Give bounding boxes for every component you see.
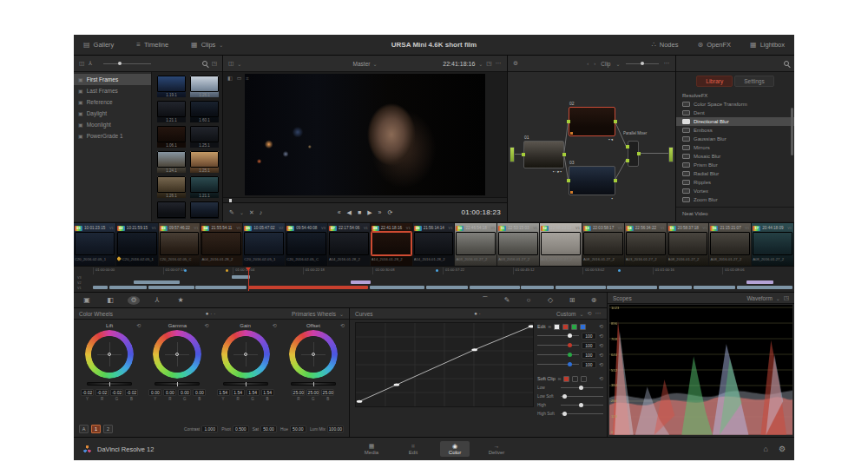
curve-point[interactable] [471,348,477,351]
A14_2016-01-28_2[interactable]: 08 22:41:18:16 V1 A14_2016-01-28_2 [371,223,413,266]
options-menu-icon[interactable]: ⋯ [595,310,602,317]
qualifier-icon[interactable]: ✎ [501,297,513,304]
mixer-output-port[interactable] [637,152,641,155]
channel-slider[interactable] [537,345,579,346]
openfx-item[interactable]: Vortex [676,187,794,195]
nodes-button[interactable]: ∴ Nodes [642,35,688,55]
A08_2016-01-27_2[interactable]: 13 22:03:58:17 V1 A08_2016-01-27_2 [582,223,625,266]
openfx-item[interactable]: Radial Blur [676,169,794,178]
pagination-dots[interactable]: ●·· [206,311,218,316]
gallery-still[interactable]: 1.06.1 [157,126,186,148]
openfx-item[interactable]: Directional Blur [676,117,794,126]
channel-value-box[interactable]: 100 [582,333,596,340]
nodes-view-icon[interactable]: ⅄ [151,297,163,304]
still-thumbnail[interactable] [190,201,219,218]
gallery-still[interactable] [190,201,219,219]
page-color[interactable]: ◉ Color [440,441,470,457]
openfx-item[interactable]: Prism Blur [676,161,794,169]
expand-icon[interactable]: ◳ [486,61,491,67]
green-channel-box[interactable] [571,324,577,330]
loop-icon[interactable]: ⟳ [387,209,392,215]
scope-mode-dropdown[interactable]: Waveform ⌄ ◳ [746,295,789,301]
value-box[interactable]: 1.54 [247,389,260,396]
node-zoom-slider[interactable] [626,63,659,64]
gallery-folder-item[interactable]: ▣ Daylight [74,108,151,119]
corrector-node-03[interactable]: 03 ▪ [569,166,615,195]
slider-handle[interactable] [579,386,583,390]
C20_2016-02-05_C[interactable]: 06 09:54:40:08 V3 C20_2016-02-05_C [286,223,328,266]
node-output-port[interactable] [562,153,566,156]
pagination-dots[interactable]: ●· [474,311,483,316]
clip-thumbnail[interactable] [75,232,115,255]
timeline-segment[interactable] [109,286,147,289]
gallery-folder-item[interactable]: ▣ Reference [74,96,151,108]
A08_2016-01-27_2[interactable]: 17 20:44:18:09 V1 A08_2016-01-27_2 [752,223,794,266]
wheel-center-dot[interactable] [244,353,247,356]
skip-start-icon[interactable]: « [338,209,341,215]
C20_2016-02-05_1[interactable]: 05 10:05:47:02 V2 C20_2016-02-05_1 [243,223,286,266]
still-thumbnail[interactable] [190,176,219,193]
gear-icon[interactable]: ⚙ [513,61,518,67]
softclip-slider[interactable] [561,396,603,397]
clip-thumbnail[interactable] [117,232,157,255]
channel-value-box[interactable]: 100 [582,352,596,359]
A03_2016-01-27_2[interactable]: 14 22:56:34:22 V1 A03_2016-01-27_2 [625,223,667,266]
stills-icon[interactable]: ◫ [79,61,84,67]
openfx-search-bar[interactable] [676,56,794,72]
still-thumbnail[interactable] [190,76,219,92]
reset-icon[interactable]: ⟲ [587,311,591,316]
clip-thumbnail[interactable] [710,232,750,255]
A03_2016-01-27_2[interactable]: 12 22:48:23:13 V1 A03_2016-01-27_2 [540,223,582,266]
reset-icon[interactable]: ⟲ [599,343,603,348]
clip-thumbnail[interactable] [286,232,326,255]
curves-mode-dropdown[interactable]: Custom ⌄ ⟲ ⋯ [556,310,602,317]
thumb-size-slider[interactable] [103,63,151,64]
chevron-down-icon[interactable]: ⌄ [240,209,244,215]
gallery-still[interactable]: 1.26.1 [190,76,219,97]
channel-value-box[interactable]: 100 [582,361,596,368]
clips-button[interactable]: ▦ Clips ⌄ [181,35,233,55]
reset-icon[interactable]: ⟲ [599,333,603,339]
node-view-selector[interactable]: Clip [601,61,610,67]
gallery-still[interactable]: 1.24.1 [157,151,186,173]
corrector-node-02[interactable]: 02 ▪◂ [569,107,615,136]
param-value[interactable]: 0.500 [233,426,249,432]
still-thumbnail[interactable] [157,126,186,142]
lightbox-button[interactable]: ▦ Lightbox [740,35,794,55]
curve-graph[interactable] [355,322,534,407]
clip-thumbnail[interactable] [372,232,411,255]
C20_2016-02-05_1[interactable]: 02 10:21:59:15 V1 C20_2016-02-05_1 [116,223,159,266]
param-value[interactable]: 50.00 [290,426,306,432]
gallery-still[interactable] [157,201,186,219]
step-back-icon[interactable]: ◀ [347,209,352,215]
split-screen-icon[interactable]: ◧ [104,297,116,304]
still-thumbnail[interactable] [157,201,186,218]
wheel-control[interactable] [153,330,201,379]
gallery-still[interactable]: 1.21.1 [157,101,186,122]
reset-icon[interactable]: ⟲ [599,353,603,358]
still-thumbnail[interactable] [157,176,186,193]
openfx-item[interactable]: Ripples [676,178,794,187]
value-box[interactable]: 0.00 [178,389,191,396]
red-channel-box[interactable] [562,324,569,330]
memory-button[interactable]: 1 [91,425,101,433]
still-thumbnail[interactable] [190,101,219,117]
A14_2016-01-28_2[interactable]: 07 22:17:54:06 V1 A14_2016-01-28_2 [328,223,371,266]
value-box[interactable]: 0.00 [148,389,161,396]
clip-thumbnail[interactable] [541,232,581,255]
wheel-control[interactable] [289,330,338,379]
still-thumbnail[interactable] [157,101,186,117]
C20_2016-02-05_C[interactable]: 03 09:57:46:22 V1 C20_2016-02-05_C [159,223,201,266]
settings-gear-icon[interactable]: ⚙ [128,296,140,305]
grab-still-icon[interactable]: ▣ [81,297,93,304]
play-icon[interactable]: ▶ [367,209,372,215]
blue-channel-box[interactable] [580,324,586,330]
master-wheel-slider[interactable] [291,382,336,386]
gallery-still[interactable]: 1.21.1 [190,176,219,198]
mixer-input-port[interactable] [626,145,629,148]
tracker-icon[interactable]: ◇ [544,297,556,304]
keyer-icon[interactable]: ⊞ [566,297,578,304]
clip-thumbnail[interactable] [160,232,200,255]
link-channels-icon[interactable]: ∞ [558,377,562,381]
openfx-tab[interactable]: Library [696,76,733,87]
